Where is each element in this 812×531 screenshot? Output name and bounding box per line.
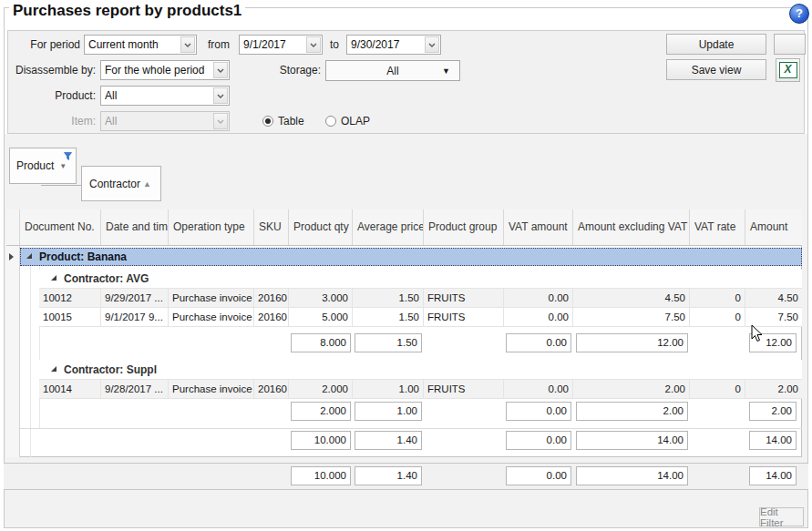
from-label: from: [208, 35, 233, 55]
cell[interactable]: 20160: [254, 308, 289, 326]
cell[interactable]: 4.50: [745, 289, 802, 307]
product-summary-vat: 0.00: [506, 431, 571, 450]
to-date-input[interactable]: 9/30/2017: [346, 35, 441, 55]
cell[interactable]: 10014: [39, 380, 101, 398]
filter-funnel-icon[interactable]: [64, 150, 72, 163]
cell[interactable]: 1.50: [353, 308, 424, 326]
table-row[interactable]: 10015 9/1/2017 9... Purchase invoice 201…: [39, 308, 802, 327]
cell[interactable]: 9/1/2017 9...: [101, 308, 169, 326]
group-row-label: Contractor: Suppl: [64, 363, 157, 376]
chevron-down-icon[interactable]: [425, 36, 439, 53]
cell[interactable]: 2.00: [573, 380, 690, 398]
update-button[interactable]: Update: [666, 34, 766, 55]
table-radio[interactable]: [262, 116, 273, 127]
group-row-contractor-avg[interactable]: Contractor: AVG: [39, 270, 802, 289]
column-header[interactable]: VAT amount: [504, 209, 573, 245]
storage-label: Storage:: [273, 60, 321, 80]
group-summary-vat: 0.00: [506, 333, 571, 352]
from-date-value: 9/1/2017: [243, 36, 305, 54]
group-summary-avg-price: 1.00: [355, 402, 422, 421]
cell[interactable]: FRUITS: [424, 380, 504, 398]
disassemble-label: Disassemble by:: [14, 60, 96, 80]
group-connector-line: [41, 185, 81, 186]
cell[interactable]: 0: [690, 380, 745, 398]
from-date-input[interactable]: 9/1/2017: [239, 35, 323, 55]
column-header[interactable]: VAT rate: [690, 209, 745, 245]
product-select[interactable]: All: [100, 86, 230, 106]
sort-ascending-icon: ▲: [143, 179, 151, 189]
olap-radio[interactable]: [325, 116, 336, 127]
chevron-down-icon[interactable]: [180, 36, 195, 53]
cell[interactable]: 0: [690, 308, 745, 326]
period-value: Current month: [88, 36, 180, 54]
cell[interactable]: 5.000: [289, 308, 353, 326]
for-period-label: For period: [27, 35, 80, 55]
cell[interactable]: 10015: [39, 308, 101, 326]
edit-filter-button[interactable]: Edit Filter: [759, 507, 804, 526]
period-select[interactable]: Current month: [84, 35, 197, 55]
cell[interactable]: 3.000: [289, 289, 353, 307]
cell[interactable]: Purchase invoice: [169, 308, 254, 326]
storage-select[interactable]: All ▼: [325, 60, 460, 81]
cell[interactable]: 9/29/2017 ...: [101, 289, 169, 307]
cell[interactable]: 1.50: [353, 289, 424, 307]
grand-total-amount: 14.00: [749, 466, 797, 485]
cell[interactable]: Purchase invoice: [169, 289, 254, 307]
header-corner-cell: [6, 209, 20, 246]
group-row-contractor-suppl[interactable]: Contractor: Suppl: [39, 360, 802, 380]
save-view-button[interactable]: Save view: [666, 59, 766, 80]
product-filter-label: Product:: [41, 86, 96, 106]
cell[interactable]: 0.00: [504, 308, 573, 326]
mouse-cursor: [751, 324, 763, 345]
cell[interactable]: 7.50: [745, 308, 802, 326]
group-summary-excl-vat: 2.00: [576, 402, 688, 421]
column-header[interactable]: Average price: [353, 209, 424, 245]
disassemble-select[interactable]: For the whole period: [100, 60, 230, 80]
cell[interactable]: Purchase invoice: [169, 380, 254, 398]
item-select-disabled: All: [100, 111, 230, 131]
cell[interactable]: 20160: [254, 289, 289, 307]
cell[interactable]: 9/28/2017 ...: [101, 380, 169, 398]
cell[interactable]: 4.50: [573, 289, 690, 307]
column-header[interactable]: Date and time: [101, 209, 169, 245]
pivot-field-product[interactable]: Product ▼: [9, 148, 77, 184]
chevron-down-icon[interactable]: [306, 36, 321, 53]
export-excel-button[interactable]: X: [776, 58, 800, 82]
pivot-field-contractor[interactable]: Contractor ▲: [81, 166, 161, 201]
table-row[interactable]: 10012 9/29/2017 ... Purchase invoice 201…: [39, 289, 802, 308]
cell[interactable]: FRUITS: [424, 289, 504, 307]
cell[interactable]: 0: [690, 289, 745, 307]
cell[interactable]: 0.00: [504, 380, 573, 398]
collapse-group-icon[interactable]: [51, 366, 57, 372]
chevron-down-icon: [213, 113, 228, 129]
group-summary-qty: 8.000: [291, 333, 351, 352]
group-row-label: Product: Banana: [39, 250, 127, 263]
column-header[interactable]: Amount excluding VAT: [573, 209, 690, 245]
help-icon[interactable]: ?: [789, 4, 809, 24]
cell[interactable]: 2.000: [289, 380, 353, 398]
cell[interactable]: 20160: [254, 380, 289, 398]
chevron-down-icon[interactable]: [213, 87, 228, 104]
cell[interactable]: 10012: [39, 289, 101, 307]
cell[interactable]: 7.50: [573, 308, 690, 326]
column-header[interactable]: Product qty: [289, 209, 353, 245]
item-value: All: [105, 112, 212, 130]
column-header[interactable]: Amount: [745, 209, 802, 245]
blank-button[interactable]: [774, 34, 806, 55]
group-row-product-banana[interactable]: Product: Banana: [20, 248, 802, 266]
pivot-product-label: Product: [16, 159, 54, 172]
column-header[interactable]: Operation type: [169, 209, 254, 245]
column-header[interactable]: SKU: [254, 209, 289, 245]
cell[interactable]: 0.00: [504, 289, 573, 307]
chevron-down-icon[interactable]: [213, 62, 228, 78]
table-row[interactable]: 10014 9/28/2017 ... Purchase invoice 201…: [39, 380, 802, 399]
cell[interactable]: FRUITS: [424, 308, 504, 326]
column-header[interactable]: Document No.: [20, 209, 101, 245]
cell[interactable]: 2.00: [745, 380, 802, 398]
cell[interactable]: 1.00: [353, 380, 424, 398]
grand-total-excl-vat: 14.00: [576, 466, 688, 485]
product-summary-excl-vat: 14.00: [576, 431, 688, 450]
collapse-group-icon[interactable]: [26, 253, 32, 259]
collapse-group-icon[interactable]: [51, 275, 57, 281]
column-header[interactable]: Product group: [424, 209, 504, 245]
